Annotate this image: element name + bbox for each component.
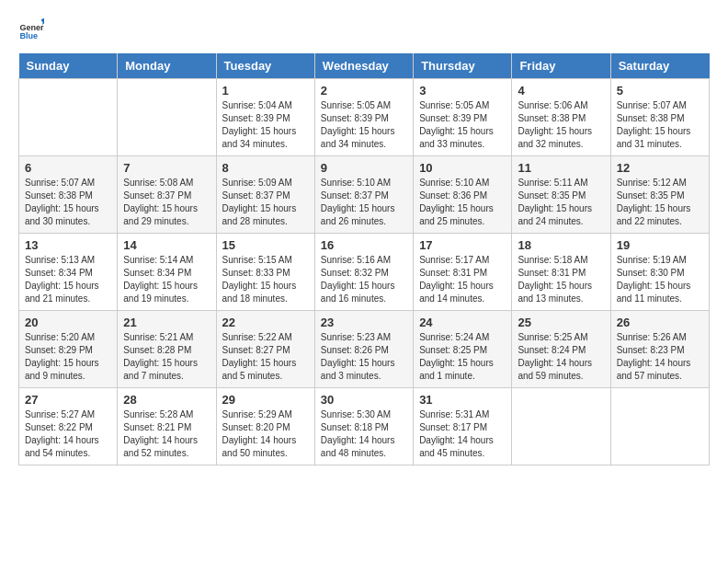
- day-number: 19: [617, 238, 703, 252]
- calendar-cell: 31Sunrise: 5:31 AM Sunset: 8:17 PM Dayli…: [414, 388, 512, 465]
- calendar-cell: 16Sunrise: 5:16 AM Sunset: 8:32 PM Dayli…: [314, 234, 413, 311]
- day-number: 16: [321, 238, 407, 252]
- calendar-cell: 28Sunrise: 5:28 AM Sunset: 8:21 PM Dayli…: [118, 388, 216, 465]
- day-number: 2: [321, 84, 407, 98]
- column-header-sunday: Sunday: [19, 53, 118, 79]
- column-header-tuesday: Tuesday: [216, 53, 314, 79]
- calendar-cell: 24Sunrise: 5:24 AM Sunset: 8:25 PM Dayli…: [414, 311, 512, 388]
- calendar-week-4: 20Sunrise: 5:20 AM Sunset: 8:29 PM Dayli…: [19, 311, 710, 388]
- calendar-cell: [19, 79, 118, 156]
- day-number: 8: [222, 161, 309, 175]
- calendar-cell: 13Sunrise: 5:13 AM Sunset: 8:34 PM Dayli…: [19, 234, 118, 311]
- day-info: Sunrise: 5:14 AM Sunset: 8:34 PM Dayligh…: [123, 254, 210, 305]
- logo: General Blue: [18, 18, 48, 44]
- day-info: Sunrise: 5:31 AM Sunset: 8:17 PM Dayligh…: [419, 408, 506, 460]
- day-number: 25: [518, 316, 604, 329]
- calendar-cell: 12Sunrise: 5:12 AM Sunset: 8:35 PM Dayli…: [610, 156, 709, 234]
- column-header-wednesday: Wednesday: [314, 53, 413, 79]
- calendar-table: SundayMondayTuesdayWednesdayThursdayFrid…: [18, 53, 710, 465]
- day-number: 9: [321, 161, 407, 175]
- day-number: 29: [222, 393, 309, 407]
- day-number: 3: [419, 84, 506, 98]
- logo-icon: General Blue: [18, 18, 44, 44]
- calendar-cell: 14Sunrise: 5:14 AM Sunset: 8:34 PM Dayli…: [118, 234, 216, 311]
- day-info: Sunrise: 5:25 AM Sunset: 8:24 PM Dayligh…: [518, 331, 604, 383]
- day-number: 14: [123, 238, 210, 252]
- day-info: Sunrise: 5:08 AM Sunset: 8:37 PM Dayligh…: [123, 177, 210, 228]
- day-info: Sunrise: 5:20 AM Sunset: 8:29 PM Dayligh…: [25, 331, 111, 383]
- day-number: 17: [419, 238, 506, 252]
- calendar-cell: [118, 79, 216, 156]
- day-number: 4: [518, 84, 604, 98]
- calendar-cell: 10Sunrise: 5:10 AM Sunset: 8:36 PM Dayli…: [414, 156, 512, 234]
- calendar-cell: 2Sunrise: 5:05 AM Sunset: 8:39 PM Daylig…: [314, 79, 413, 156]
- day-info: Sunrise: 5:24 AM Sunset: 8:25 PM Dayligh…: [419, 331, 506, 383]
- day-info: Sunrise: 5:19 AM Sunset: 8:30 PM Dayligh…: [617, 254, 703, 305]
- day-number: 28: [123, 393, 210, 407]
- day-number: 23: [321, 316, 407, 329]
- calendar-cell: 17Sunrise: 5:17 AM Sunset: 8:31 PM Dayli…: [414, 234, 512, 311]
- day-info: Sunrise: 5:18 AM Sunset: 8:31 PM Dayligh…: [518, 254, 604, 305]
- day-number: 15: [222, 238, 309, 252]
- day-info: Sunrise: 5:09 AM Sunset: 8:37 PM Dayligh…: [222, 177, 309, 228]
- day-info: Sunrise: 5:22 AM Sunset: 8:27 PM Dayligh…: [222, 331, 309, 383]
- day-info: Sunrise: 5:23 AM Sunset: 8:26 PM Dayligh…: [321, 331, 407, 383]
- day-info: Sunrise: 5:07 AM Sunset: 8:38 PM Dayligh…: [617, 99, 703, 151]
- day-number: 26: [617, 316, 703, 329]
- calendar-cell: 18Sunrise: 5:18 AM Sunset: 8:31 PM Dayli…: [512, 234, 610, 311]
- column-header-thursday: Thursday: [414, 53, 512, 79]
- day-number: 30: [321, 393, 407, 407]
- column-header-saturday: Saturday: [610, 53, 709, 79]
- day-info: Sunrise: 5:17 AM Sunset: 8:31 PM Dayligh…: [419, 254, 506, 305]
- calendar-week-2: 6Sunrise: 5:07 AM Sunset: 8:38 PM Daylig…: [19, 156, 710, 234]
- day-number: 1: [222, 84, 309, 98]
- day-info: Sunrise: 5:12 AM Sunset: 8:35 PM Dayligh…: [617, 177, 703, 228]
- calendar-cell: 27Sunrise: 5:27 AM Sunset: 8:22 PM Dayli…: [19, 388, 118, 465]
- day-info: Sunrise: 5:11 AM Sunset: 8:35 PM Dayligh…: [518, 177, 604, 228]
- day-info: Sunrise: 5:13 AM Sunset: 8:34 PM Dayligh…: [25, 254, 111, 305]
- calendar-cell: [512, 388, 610, 465]
- calendar-cell: 15Sunrise: 5:15 AM Sunset: 8:33 PM Dayli…: [216, 234, 314, 311]
- day-info: Sunrise: 5:10 AM Sunset: 8:36 PM Dayligh…: [419, 177, 506, 228]
- calendar-cell: 6Sunrise: 5:07 AM Sunset: 8:38 PM Daylig…: [19, 156, 118, 234]
- day-info: Sunrise: 5:30 AM Sunset: 8:18 PM Dayligh…: [321, 408, 407, 460]
- day-info: Sunrise: 5:05 AM Sunset: 8:39 PM Dayligh…: [321, 99, 407, 151]
- calendar-cell: 29Sunrise: 5:29 AM Sunset: 8:20 PM Dayli…: [216, 388, 314, 465]
- day-number: 12: [617, 161, 703, 175]
- day-info: Sunrise: 5:10 AM Sunset: 8:37 PM Dayligh…: [321, 177, 407, 228]
- calendar-cell: 9Sunrise: 5:10 AM Sunset: 8:37 PM Daylig…: [314, 156, 413, 234]
- day-number: 21: [123, 316, 210, 329]
- day-info: Sunrise: 5:29 AM Sunset: 8:20 PM Dayligh…: [222, 408, 309, 460]
- svg-text:General: General: [19, 23, 44, 32]
- day-number: 31: [419, 393, 506, 407]
- calendar-cell: 21Sunrise: 5:21 AM Sunset: 8:28 PM Dayli…: [118, 311, 216, 388]
- calendar-cell: 22Sunrise: 5:22 AM Sunset: 8:27 PM Dayli…: [216, 311, 314, 388]
- day-info: Sunrise: 5:07 AM Sunset: 8:38 PM Dayligh…: [25, 177, 111, 228]
- calendar-cell: 3Sunrise: 5:05 AM Sunset: 8:39 PM Daylig…: [414, 79, 512, 156]
- column-header-monday: Monday: [118, 53, 216, 79]
- calendar-header-row: SundayMondayTuesdayWednesdayThursdayFrid…: [19, 53, 710, 79]
- day-info: Sunrise: 5:15 AM Sunset: 8:33 PM Dayligh…: [222, 254, 309, 305]
- day-number: 27: [25, 393, 111, 407]
- day-number: 20: [25, 316, 111, 329]
- day-number: 18: [518, 238, 604, 252]
- calendar-cell: 19Sunrise: 5:19 AM Sunset: 8:30 PM Dayli…: [610, 234, 709, 311]
- calendar-cell: 7Sunrise: 5:08 AM Sunset: 8:37 PM Daylig…: [118, 156, 216, 234]
- day-info: Sunrise: 5:26 AM Sunset: 8:23 PM Dayligh…: [617, 331, 703, 383]
- day-info: Sunrise: 5:06 AM Sunset: 8:38 PM Dayligh…: [518, 99, 604, 151]
- calendar-cell: 26Sunrise: 5:26 AM Sunset: 8:23 PM Dayli…: [610, 311, 709, 388]
- page-header: General Blue: [18, 18, 710, 44]
- calendar-cell: 20Sunrise: 5:20 AM Sunset: 8:29 PM Dayli…: [19, 311, 118, 388]
- column-header-friday: Friday: [512, 53, 610, 79]
- day-info: Sunrise: 5:28 AM Sunset: 8:21 PM Dayligh…: [123, 408, 210, 460]
- day-number: 13: [25, 238, 111, 252]
- calendar-week-1: 1Sunrise: 5:04 AM Sunset: 8:39 PM Daylig…: [19, 79, 710, 156]
- day-info: Sunrise: 5:04 AM Sunset: 8:39 PM Dayligh…: [222, 99, 309, 151]
- calendar-week-3: 13Sunrise: 5:13 AM Sunset: 8:34 PM Dayli…: [19, 234, 710, 311]
- calendar-cell: 1Sunrise: 5:04 AM Sunset: 8:39 PM Daylig…: [216, 79, 314, 156]
- day-number: 11: [518, 161, 604, 175]
- calendar-cell: 23Sunrise: 5:23 AM Sunset: 8:26 PM Dayli…: [314, 311, 413, 388]
- day-number: 5: [617, 84, 703, 98]
- calendar-cell: [610, 388, 709, 465]
- calendar-cell: 11Sunrise: 5:11 AM Sunset: 8:35 PM Dayli…: [512, 156, 610, 234]
